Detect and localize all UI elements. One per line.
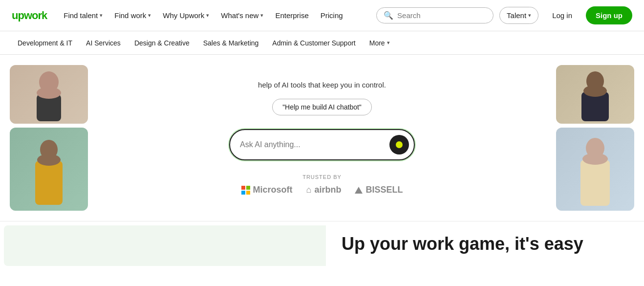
search-icon: 🔍: [384, 11, 393, 20]
bottom-left-panel: [4, 225, 326, 266]
nav-why-upwork[interactable]: Why Upwork ▾: [158, 7, 214, 23]
nav-design-creative[interactable]: Design & Creative: [129, 35, 195, 51]
nav-whats-new[interactable]: What's new ▾: [216, 7, 268, 23]
person-silhouette-3: [576, 67, 615, 121]
hero-person-image-3: [556, 65, 634, 124]
bottom-heading: Up your work game, it's easy: [342, 233, 628, 254]
ms-square-1: [241, 186, 245, 190]
svg-point-8: [583, 85, 607, 97]
svg-point-2: [37, 87, 61, 99]
hero-person-image-2: [10, 128, 88, 211]
hero-photo-1: [10, 65, 88, 124]
person-silhouette-1: [29, 67, 68, 121]
ai-suggestion-pill[interactable]: "Help me build AI chatbot": [272, 99, 372, 115]
person-silhouette-2: [29, 132, 68, 206]
hero-person-image-4: [556, 128, 634, 211]
trusted-section: TRUSTED BY Microsoft ⌂ airbnb: [229, 174, 415, 195]
search-bar[interactable]: 🔍: [376, 7, 494, 23]
talent-dropdown-button[interactable]: Talent ▾: [499, 7, 538, 24]
chevron-down-icon: ▾: [100, 12, 103, 19]
ms-square-4: [246, 191, 250, 195]
bottom-right-panel: Up your work game, it's easy: [326, 221, 644, 266]
airbnb-icon: ⌂: [306, 185, 312, 195]
svg-point-5: [37, 154, 61, 166]
chevron-down-icon: ▾: [387, 40, 390, 46]
bissell-triangle-icon: [355, 187, 363, 194]
nav-development-it[interactable]: Development & IT: [12, 35, 78, 51]
chevron-down-icon: ▾: [148, 12, 151, 19]
ai-submit-button[interactable]: [389, 135, 409, 154]
hero-photos-left: [10, 55, 88, 221]
nav-sales-marketing[interactable]: Sales & Marketing: [197, 35, 265, 51]
hero-center-content: help of AI tools that keep you in contro…: [229, 81, 415, 195]
person-silhouette-4: [576, 132, 615, 206]
nav-items: Find talent ▾ Find work ▾ Why Upwork ▾ W…: [59, 7, 372, 23]
bottom-section: Up your work game, it's easy: [0, 221, 644, 266]
more-button[interactable]: More ▾: [364, 35, 396, 51]
nav-enterprise[interactable]: Enterprise: [270, 7, 313, 23]
hero-photo-4: [556, 128, 634, 211]
airbnb-logo: ⌂ airbnb: [306, 185, 342, 195]
nav-find-work[interactable]: Find work ▾: [109, 7, 156, 23]
chevron-down-icon: ▾: [528, 12, 531, 19]
trusted-logos: Microsoft ⌂ airbnb BISSELL: [229, 185, 415, 195]
nav-admin-support[interactable]: Admin & Customer Support: [266, 35, 361, 51]
top-navigation: upwork Find talent ▾ Find work ▾ Why Upw…: [0, 0, 644, 31]
ms-square-2: [246, 186, 250, 190]
svg-rect-4: [35, 161, 63, 205]
ms-square-3: [241, 191, 245, 195]
hero-person-image-1: [10, 65, 88, 124]
microsoft-logo: Microsoft: [241, 185, 293, 195]
signup-button[interactable]: Sign up: [586, 6, 632, 24]
ai-input-container: [229, 129, 415, 160]
svg-rect-10: [580, 160, 610, 206]
upwork-logo[interactable]: upwork: [12, 9, 47, 22]
hero-photo-2: [10, 128, 88, 211]
chevron-down-icon: ▾: [260, 12, 263, 19]
nav-right: 🔍 Talent ▾ Log in Sign up: [376, 6, 632, 24]
bissell-logo: BISSELL: [355, 185, 403, 195]
login-button[interactable]: Log in: [544, 7, 580, 23]
hero-section: help of AI tools that keep you in contro…: [0, 55, 644, 221]
hero-subtitle: help of AI tools that keep you in contro…: [229, 81, 415, 89]
microsoft-grid-icon: [241, 186, 250, 195]
trusted-label: TRUSTED BY: [229, 174, 415, 180]
hero-photos-right: [556, 55, 634, 221]
submit-dot-icon: [396, 141, 403, 148]
ai-search-input[interactable]: [240, 140, 389, 149]
chevron-down-icon: ▾: [206, 12, 209, 19]
nav-pricing[interactable]: Pricing: [316, 7, 348, 23]
search-input[interactable]: [397, 11, 486, 20]
nav-ai-services[interactable]: AI Services: [80, 35, 127, 51]
svg-point-11: [582, 153, 608, 165]
nav-find-talent[interactable]: Find talent ▾: [59, 7, 107, 23]
secondary-navigation: Development & IT AI Services Design & Cr…: [0, 31, 644, 55]
hero-photo-3: [556, 65, 634, 124]
